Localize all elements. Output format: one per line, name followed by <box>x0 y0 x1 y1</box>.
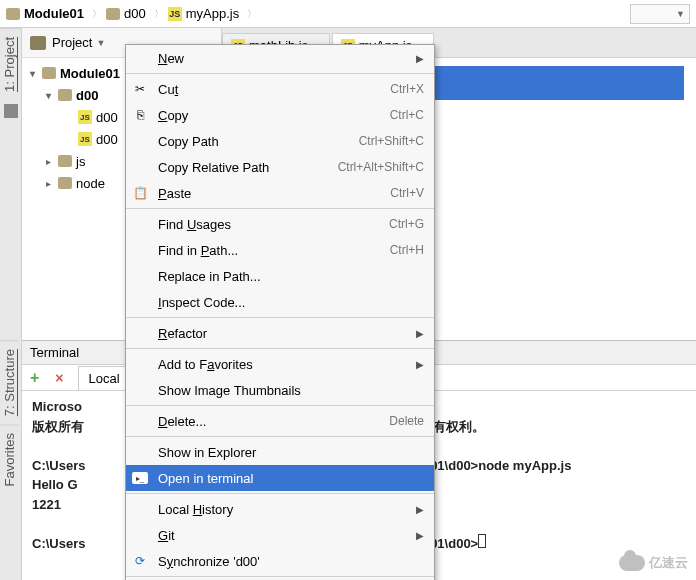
watermark: 亿速云 <box>619 554 688 572</box>
menu-paste[interactable]: 📋PasteCtrl+V <box>126 180 434 206</box>
breadcrumb: Module01 〉 d00 〉 JS myApp.js 〉 ▼ <box>0 0 696 28</box>
menu-local-history[interactable]: Local History▶ <box>126 496 434 522</box>
rail-tab-structure[interactable]: 7: Structure <box>0 340 19 424</box>
folder-icon <box>30 36 46 50</box>
expand-icon: ▾ <box>30 68 42 79</box>
folder-icon <box>6 8 20 20</box>
breadcrumb-file[interactable]: JS myApp.js <box>168 6 239 21</box>
menu-synchronize[interactable]: ⟳Synchronize 'd00' <box>126 548 434 574</box>
expand-icon: ▾ <box>46 90 58 101</box>
cloud-icon <box>619 555 645 571</box>
chevron-right-icon: ▶ <box>416 53 424 64</box>
menu-copy[interactable]: ⎘CopyCtrl+C <box>126 102 434 128</box>
sync-icon: ⟳ <box>132 553 148 569</box>
folder-icon <box>42 67 56 79</box>
menu-replace-in-path[interactable]: Replace in Path... <box>126 263 434 289</box>
folder-icon <box>58 89 72 101</box>
rail-tab-project[interactable]: 1: Project <box>0 28 21 100</box>
menu-git[interactable]: Git▶ <box>126 522 434 548</box>
js-file-icon: JS <box>78 132 92 146</box>
paste-icon: 📋 <box>132 185 148 201</box>
add-tab-icon[interactable]: + <box>30 369 39 387</box>
chevron-down-icon: ▼ <box>676 9 685 19</box>
chevron-right-icon: ▶ <box>416 530 424 541</box>
folder-icon <box>58 177 72 189</box>
menu-find-in-path[interactable]: Find in Path...Ctrl+H <box>126 237 434 263</box>
breadcrumb-mid[interactable]: d00 <box>106 6 146 21</box>
copy-icon: ⎘ <box>132 107 148 123</box>
collapse-icon: ▸ <box>46 178 58 189</box>
chevron-right-icon: ▶ <box>416 328 424 339</box>
menu-inspect-code[interactable]: Inspect Code... <box>126 289 434 315</box>
terminal-tab-local[interactable]: Local <box>78 366 131 390</box>
chevron-right-icon: ▶ <box>416 504 424 515</box>
menu-open-terminal[interactable]: ▸_Open in terminal <box>126 465 434 491</box>
collapse-icon: ▸ <box>46 156 58 167</box>
js-file-icon: JS <box>78 110 92 124</box>
folder-icon <box>106 8 120 20</box>
chevron-right-icon: 〉 <box>154 7 164 21</box>
menu-find-usages[interactable]: Find UsagesCtrl+G <box>126 211 434 237</box>
rail-tab-favorites[interactable]: Favorites <box>0 424 19 494</box>
chevron-right-icon: 〉 <box>92 7 102 21</box>
chevron-down-icon: ▼ <box>96 38 105 48</box>
menu-show-explorer[interactable]: Show in Explorer <box>126 439 434 465</box>
close-tab-icon[interactable]: × <box>55 370 63 386</box>
context-menu: New▶ ✂CutCtrl+X ⎘CopyCtrl+C Copy PathCtr… <box>125 44 435 580</box>
menu-cut[interactable]: ✂CutCtrl+X <box>126 76 434 102</box>
menu-new[interactable]: New▶ <box>126 45 434 71</box>
folder-icon <box>58 155 72 167</box>
menu-delete[interactable]: Delete...Delete <box>126 408 434 434</box>
scissors-icon: ✂ <box>132 81 148 97</box>
menu-copy-relative-path[interactable]: Copy Relative PathCtrl+Alt+Shift+C <box>126 154 434 180</box>
run-config-dropdown[interactable]: ▼ <box>630 4 690 24</box>
menu-copy-path[interactable]: Copy PathCtrl+Shift+C <box>126 128 434 154</box>
cursor <box>478 534 486 548</box>
bookmark-icon[interactable] <box>4 104 18 118</box>
terminal-icon: ▸_ <box>132 472 148 484</box>
menu-thumbnails[interactable]: Show Image Thumbnails <box>126 377 434 403</box>
chevron-right-icon: 〉 <box>247 7 257 21</box>
menu-refactor[interactable]: Refactor▶ <box>126 320 434 346</box>
chevron-right-icon: ▶ <box>416 359 424 370</box>
js-file-icon: JS <box>168 7 182 21</box>
left-tool-rail-bottom: 7: Structure Favorites <box>0 340 22 580</box>
breadcrumb-root[interactable]: Module01 <box>6 6 84 21</box>
menu-add-favorites[interactable]: Add to Favorites▶ <box>126 351 434 377</box>
